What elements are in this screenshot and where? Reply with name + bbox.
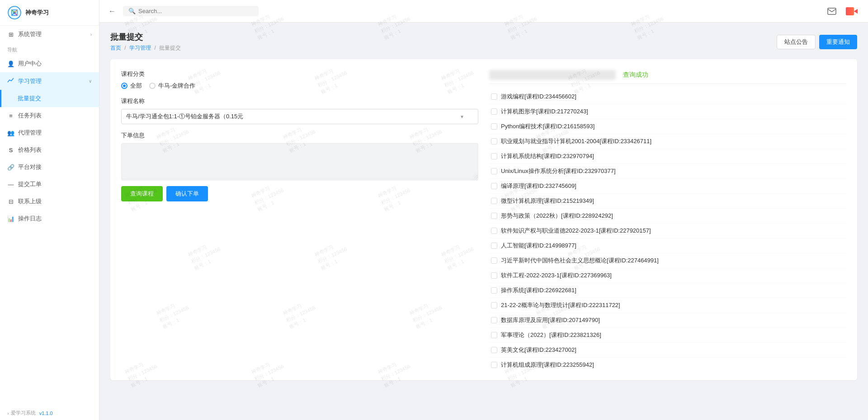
course-list-item[interactable]: Unix/Linux操作系统分析[课程ID:232970377] <box>489 164 846 179</box>
sidebar-version[interactable]: › 爱学习系统 v1.1.0 <box>0 406 99 420</box>
course-list-item[interactable]: 21-22-2概率论与数理统计[课程ID:222311722] <box>489 298 846 313</box>
course-list-item[interactable]: 计算机组成原理[课程ID:223255942] <box>489 358 846 369</box>
course-list-item[interactable]: 编译原理[课程ID:232745609] <box>489 179 846 194</box>
search-bar[interactable]: 🔍 <box>123 6 259 16</box>
notice-button[interactable]: 站点公告 <box>777 35 816 49</box>
breadcrumb: 首页 / 学习管理 / 批量提交 <box>110 44 181 52</box>
course-list-item[interactable]: 形势与政策（2022秋）[课程ID:228924292] <box>489 209 846 224</box>
course-checkbox[interactable] <box>491 347 497 353</box>
order-info-textarea[interactable] <box>121 143 478 179</box>
course-checkbox[interactable] <box>491 362 497 368</box>
sidebar-item-price-list[interactable]: S 价格列表 <box>0 141 99 159</box>
course-checkbox[interactable] <box>491 287 497 294</box>
course-type-label: 课程分类 <box>121 70 478 78</box>
course-checkbox[interactable] <box>491 123 497 130</box>
course-list: 游戏编程[课程ID:234456602] 计算机图形学[课程ID:2172702… <box>489 89 846 369</box>
sidebar-item-operation-log[interactable]: 📊 操作日志 <box>0 210 99 227</box>
sidebar-item-agent-mgmt[interactable]: 👥 代理管理 <box>0 124 99 141</box>
sidebar-item-contact-superior[interactable]: ⊟ 联系上级 <box>0 193 99 210</box>
course-name-select[interactable]: 牛马/学习通全包1:1-①号铂金服务器（0.15元 ▼ <box>121 109 478 124</box>
course-list-item[interactable]: 计算机图形学[课程ID:217270243] <box>489 104 846 119</box>
form-buttons: 查询课程 确认下单 <box>121 186 478 201</box>
svg-rect-7 <box>828 8 836 14</box>
course-name: 软件知识产权与职业道德2022-2023-1[课程ID:227920157] <box>501 227 651 235</box>
course-list-item[interactable]: 软件知识产权与职业道德2022-2023-1[课程ID:227920157] <box>489 224 846 238</box>
course-checkbox[interactable] <box>491 213 497 219</box>
content-area: 批量提交 首页 / 学习管理 / 批量提交 站点公告 重要通知 <box>99 23 868 420</box>
header-icons <box>825 4 859 19</box>
mail-icon[interactable] <box>825 4 839 19</box>
course-checkbox[interactable] <box>491 138 497 145</box>
two-col-layout: 课程分类 全部 牛马-金牌合作 课程名称 <box>121 70 846 369</box>
course-list-item[interactable]: 人工智能[课程ID:214998977] <box>489 238 846 253</box>
course-checkbox[interactable] <box>491 243 497 249</box>
video-icon[interactable] <box>844 4 859 19</box>
course-checkbox[interactable] <box>491 183 497 189</box>
course-name-label: 课程名称 <box>121 97 478 105</box>
course-name: 军事理论（2022）[课程ID:223821326] <box>501 331 601 339</box>
course-list-item[interactable]: 军事理论（2022）[课程ID:223821326] <box>489 328 846 343</box>
course-checkbox[interactable] <box>491 108 497 115</box>
radio-all[interactable]: 全部 <box>121 82 142 90</box>
page-title-section: 批量提交 首页 / 学习管理 / 批量提交 <box>110 32 181 52</box>
course-checkbox[interactable] <box>491 168 497 174</box>
sidebar-item-platform-connect[interactable]: 🔗 平台对接 <box>0 159 99 176</box>
search-input[interactable] <box>138 8 229 14</box>
result-status: 查询成功 <box>623 71 648 79</box>
arrow-icon: › <box>90 32 92 37</box>
course-name: 计算机组成原理[课程ID:223255942] <box>501 361 594 369</box>
sidebar-item-study-mgmt[interactable]: 学习管理 ∨ <box>0 72 99 90</box>
back-button[interactable]: ← <box>108 7 116 15</box>
course-checkbox[interactable] <box>491 198 497 204</box>
user-icon: 👤 <box>7 61 14 67</box>
ticket-icon: — <box>7 181 14 188</box>
course-list-item[interactable]: 微型计算机原理[课程ID:215219349] <box>489 194 846 209</box>
page-header: 批量提交 首页 / 学习管理 / 批量提交 站点公告 重要通知 <box>110 32 857 52</box>
sidebar-item-batch-submit[interactable]: 批量提交 <box>0 90 99 107</box>
course-list-item[interactable]: 操作系统[课程ID:226922681] <box>489 283 846 298</box>
course-list-item[interactable]: 职业规划与就业指导计算机2001-2004[课程ID:233426711] <box>489 134 846 149</box>
important-button[interactable]: 重要通知 <box>819 35 857 49</box>
course-checkbox[interactable] <box>491 153 497 159</box>
course-name: 计算机系统结构[课程ID:232970794] <box>501 152 594 160</box>
breadcrumb-current: 批量提交 <box>159 45 181 51</box>
query-course-button[interactable]: 查询课程 <box>121 186 163 201</box>
sidebar-item-task-list[interactable]: ≡ 任务列表 <box>0 107 99 124</box>
sidebar-item-system-mgmt[interactable]: ⊞ 系统管理 › <box>0 26 99 43</box>
sidebar-item-submit-ticket[interactable]: — 提交工单 <box>0 176 99 193</box>
course-name: 形势与政策（2022秋）[课程ID:228924292] <box>501 212 613 220</box>
breadcrumb-home[interactable]: 首页 <box>110 45 121 51</box>
svg-marker-11 <box>854 9 858 14</box>
course-list-item[interactable]: 软件工程-2022-2023-1[课程ID:227369963] <box>489 268 846 283</box>
course-checkbox[interactable] <box>491 317 497 323</box>
confirm-order-button[interactable]: 确认下单 <box>166 186 208 201</box>
result-header: 查询成功 <box>489 70 846 84</box>
radio-niuma[interactable]: 牛马-金牌合作 <box>149 82 195 90</box>
course-list-item[interactable]: 数据库原理及应用[课程ID:207149790] <box>489 313 846 328</box>
course-list-item[interactable]: 习近平新时代中国特色社会主义思想概论[课程ID:227464991] <box>489 253 846 268</box>
course-checkbox[interactable] <box>491 302 497 308</box>
course-checkbox[interactable] <box>491 228 497 234</box>
course-name: 软件工程-2022-2023-1[课程ID:227369963] <box>501 271 612 280</box>
course-list-item[interactable]: 游戏编程[课程ID:234456602] <box>489 89 846 104</box>
course-list-item[interactable]: Python编程技术[课程ID:216158593] <box>489 119 846 134</box>
course-list-item[interactable]: 计算机系统结构[课程ID:232970794] <box>489 149 846 164</box>
course-checkbox[interactable] <box>491 93 497 100</box>
radio-all-dot <box>121 83 127 89</box>
course-checkbox[interactable] <box>491 272 497 279</box>
course-checkbox[interactable] <box>491 332 497 338</box>
course-name: Python编程技术[课程ID:216158593] <box>501 122 594 131</box>
page-header-buttons: 站点公告 重要通知 <box>777 35 857 49</box>
price-icon: S <box>7 147 14 154</box>
course-checkbox[interactable] <box>491 257 497 264</box>
sidebar-logo: 神奇学习 <box>0 0 99 26</box>
contact-icon: ⊟ <box>7 198 14 205</box>
svg-rect-10 <box>846 7 854 15</box>
main-card: 课程分类 全部 牛马-金牌合作 课程名称 <box>110 59 857 380</box>
main-area: ← 🔍 <box>99 0 868 420</box>
form-section: 课程分类 全部 牛马-金牌合作 课程名称 <box>121 70 478 369</box>
result-info-blur <box>489 70 616 80</box>
breadcrumb-study-mgmt[interactable]: 学习管理 <box>129 45 151 51</box>
course-list-item[interactable]: 英美文化[课程ID:223427002] <box>489 343 846 358</box>
sidebar-item-user-center[interactable]: 👤 用户中心 <box>0 55 99 72</box>
